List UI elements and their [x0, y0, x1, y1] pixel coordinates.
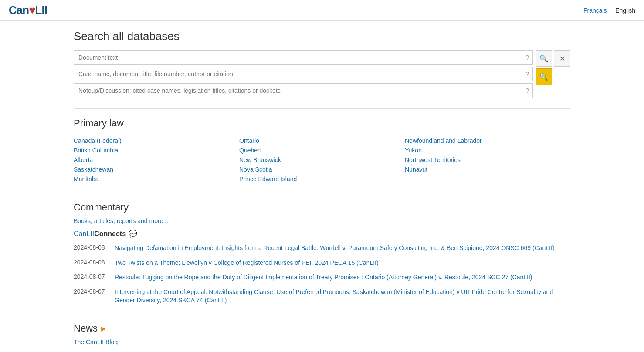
connects-item-2: 2024-08-08 Two Twists on a Theme: Llewel… [74, 259, 570, 267]
search-btn-row1: 🔍 ✕ [536, 50, 570, 67]
primary-law-col1: Canada (Federal) British Columbia Albert… [74, 136, 239, 184]
link-manitoba[interactable]: Manitoba [74, 174, 239, 184]
link-prince-edward-island[interactable]: Prince Edward Island [239, 174, 405, 184]
commentary-title: Commentary [74, 202, 570, 213]
primary-law-grid: Canada (Federal) British Columbia Albert… [74, 136, 570, 184]
header: Can♥LII Français | English [0, 0, 644, 21]
connects-link-2[interactable]: Two Twists on a Theme: Llewellyn v Colle… [115, 259, 379, 267]
language-switcher: Français | English [583, 7, 635, 14]
document-text-input[interactable] [74, 51, 522, 64]
link-british-columbia[interactable]: British Columbia [74, 146, 239, 155]
link-canada-federal[interactable]: Canada (Federal) [74, 136, 239, 146]
connects-date-2: 2024-08-08 [74, 259, 108, 267]
lang-separator: | [610, 7, 611, 14]
canlii-connects-bold-text: Connects [94, 230, 126, 237]
logo[interactable]: Can♥LII [9, 3, 47, 17]
case-name-input[interactable] [74, 67, 522, 81]
search-yellow-button[interactable]: 🔍 [536, 68, 552, 85]
link-yukon[interactable]: Yukon [405, 146, 570, 155]
lang-en-label: English [615, 7, 635, 14]
books-link[interactable]: Books, articles, reports and more... [74, 217, 570, 224]
connects-item-3: 2024-08-07 Restoule: Tugging on the Rope… [74, 273, 570, 282]
noteup-input[interactable] [74, 84, 522, 98]
connects-items: 2024-08-08 Navigating Defamation in Empl… [74, 244, 570, 305]
link-nova-scotia[interactable]: Nova Scotia [239, 165, 405, 174]
connects-link-1[interactable]: Navigating Defamation in Employment: Ins… [115, 244, 555, 253]
news-title: News ▶ [74, 323, 570, 334]
link-new-brunswick[interactable]: New Brunswick [239, 155, 405, 165]
link-newfoundland-labrador[interactable]: Newfoundland and Labrador [405, 136, 570, 146]
document-text-field-row: ? [74, 50, 533, 65]
primary-law-col3: Newfoundland and Labrador Yukon Northwes… [405, 136, 570, 184]
divider-search-primary [74, 108, 570, 109]
canlii-blog-link[interactable]: The CanLII Blog [74, 338, 118, 345]
search-area: ? ? ? 🔍 ✕ 🔍 [74, 50, 570, 100]
link-ontario[interactable]: Ontario [239, 136, 405, 146]
primary-law-title: Primary law [74, 118, 570, 129]
connects-date-1: 2024-08-08 [74, 244, 108, 253]
news-title-text: News [74, 323, 98, 334]
link-saskatchewan[interactable]: Saskatchewan [74, 165, 239, 174]
search-fields: ? ? ? [74, 50, 533, 100]
connects-chat-icon: 💬 [129, 230, 137, 238]
noteup-field-row: ? [74, 83, 533, 98]
noteup-help[interactable]: ? [522, 87, 532, 94]
document-text-help[interactable]: ? [522, 54, 532, 61]
clear-button[interactable]: ✕ [554, 50, 570, 67]
canlii-connects-link[interactable]: CanLIIConnects [74, 230, 126, 238]
divider-commentary-news [74, 314, 570, 314]
link-northwest-territories[interactable]: Northwest Territories [405, 155, 570, 165]
canlii-connects-text: CanLII [74, 230, 94, 237]
connects-item-4: 2024-08-07 Intervening at the Court of A… [74, 288, 570, 305]
search-title: Search all databases [74, 30, 570, 43]
canlii-connects-header: CanLIIConnects 💬 [74, 230, 570, 238]
connects-item-1: 2024-08-08 Navigating Defamation in Empl… [74, 244, 570, 253]
case-name-field-row: ? [74, 67, 533, 81]
rss-icon: ▶ [101, 325, 106, 332]
primary-law-col2: Ontario Quebec New Brunswick Nova Scotia… [239, 136, 405, 184]
connects-link-3[interactable]: Restoule: Tugging on the Rope and the Du… [115, 273, 532, 282]
search-buttons: 🔍 ✕ 🔍 [536, 50, 570, 100]
link-nunavut[interactable]: Nunavut [405, 165, 570, 174]
link-alberta[interactable]: Alberta [74, 155, 239, 165]
logo-text: Can♥LII [9, 3, 47, 17]
divider-primary-commentary [74, 193, 570, 193]
search-icon-button[interactable]: 🔍 [536, 50, 552, 67]
main-content: Search all databases ? ? ? 🔍 ✕ [65, 21, 579, 352]
lang-fr-link[interactable]: Français [583, 7, 607, 14]
connects-link-4[interactable]: Intervening at the Court of Appeal: Notw… [115, 288, 570, 305]
connects-date-3: 2024-08-07 [74, 273, 108, 282]
link-quebec[interactable]: Quebec [239, 146, 405, 155]
case-name-help[interactable]: ? [522, 71, 532, 78]
connects-date-4: 2024-08-07 [74, 288, 108, 305]
